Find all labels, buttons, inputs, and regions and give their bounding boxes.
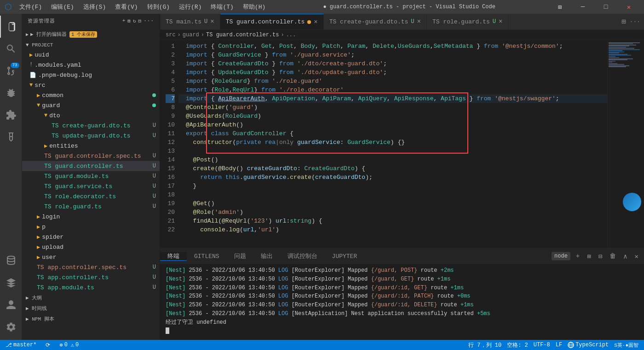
- terminal-trash-icon[interactable]: 🗑: [608, 252, 618, 261]
- status-row-col[interactable]: 行 7，列 10: [466, 341, 503, 349]
- tree-item-pnpm-debug[interactable]: 📄 .pnpm-debug.log: [22, 70, 160, 80]
- tree-item-guard-controller[interactable]: TS guard.controller.ts U: [22, 161, 160, 171]
- tree-item-role-decorator[interactable]: TS role.decorator.ts U: [22, 191, 160, 201]
- sidebar-refresh-icon[interactable]: ↻: [133, 18, 137, 24]
- breadcrumb-src[interactable]: src: [166, 32, 176, 38]
- tree-item-user[interactable]: ▶ user: [22, 252, 160, 262]
- tab-role-guard[interactable]: TS role.guard.ts U ×: [427, 14, 508, 29]
- tree-item-entities[interactable]: ▶ entities: [22, 141, 160, 151]
- split-editor-icon[interactable]: ⊞: [621, 17, 626, 26]
- activity-debug[interactable]: [0, 82, 22, 104]
- terminal-tab-output[interactable]: 输出: [253, 252, 280, 260]
- breadcrumb-file[interactable]: TS guard.controller.ts: [206, 32, 279, 38]
- tree-item-login[interactable]: ▶ login: [22, 212, 160, 222]
- outline-section[interactable]: ▶ 大纲: [22, 293, 160, 303]
- tree-item-upload[interactable]: ▶ upload: [22, 242, 160, 252]
- activity-remote[interactable]: [0, 272, 22, 294]
- tree-item-src[interactable]: ▼ src: [22, 80, 160, 90]
- tree-item-spider[interactable]: ▶ spider: [22, 232, 160, 242]
- terminal-panel-icon[interactable]: ⊟: [597, 252, 604, 261]
- tree-item-common[interactable]: ▶ common: [22, 90, 160, 100]
- code-editor[interactable]: 12345 678910 1112131415 1617181920 2122 …: [160, 40, 644, 248]
- status-encoding[interactable]: UTF-8: [532, 342, 552, 348]
- terminal-tab-gitlens[interactable]: GITLENS: [187, 253, 227, 260]
- menu-file[interactable]: 文件(F): [16, 2, 46, 12]
- tree-item-guard-service[interactable]: TS guard.service.ts U: [22, 181, 160, 191]
- sidebar-collapse-icon[interactable]: ⊟: [138, 18, 142, 24]
- term-line-4: [Nest] 2536 - 2022/10/06 13:40:50 LOG [R…: [166, 292, 638, 301]
- activity-settings[interactable]: [0, 316, 22, 338]
- code-line-4: import { UpdateGuardDto } from './dto/up…: [178, 68, 607, 77]
- tree-item-p[interactable]: ▶ p: [22, 222, 160, 232]
- menu-view[interactable]: 查看(V): [111, 2, 141, 12]
- tree-item-guard[interactable]: ▼ guard: [22, 100, 160, 110]
- tab-status: U: [411, 18, 414, 25]
- menu-edit[interactable]: 编辑(E): [47, 2, 77, 12]
- more-actions-icon[interactable]: ···: [630, 18, 640, 25]
- tree-item-modules-yaml[interactable]: ! .modules.yaml: [22, 60, 160, 70]
- activity-test[interactable]: [0, 126, 22, 148]
- terminal-tab-debug[interactable]: 调试控制台: [280, 252, 325, 260]
- menu-goto[interactable]: 转到(G): [144, 2, 173, 12]
- term-line-7: 经过了守卫 undefined: [166, 318, 638, 327]
- menu-help[interactable]: 帮助(H): [239, 2, 269, 12]
- terminal-tab-jupyter[interactable]: JUPYTER: [325, 253, 365, 260]
- tab-guard-controller[interactable]: TS guard.controller.ts ×: [220, 14, 324, 29]
- status-errors[interactable]: ⊗ 0 ⚠ 0: [58, 342, 80, 349]
- activity-search[interactable]: [0, 38, 22, 60]
- code-content[interactable]: import { Controller, Get, Post, Body, Pa…: [178, 40, 607, 248]
- terminal-content[interactable]: [Nest] 2536 - 2022/10/06 13:40:50 LOG [R…: [160, 264, 644, 340]
- activity-extensions[interactable]: [0, 104, 22, 126]
- tab-close-icon[interactable]: ×: [499, 18, 502, 25]
- project-header[interactable]: ▼ PROJECT: [22, 40, 160, 50]
- sidebar-new-folder-icon[interactable]: ⊞: [127, 18, 131, 24]
- tree-item-role-guard[interactable]: TS role.guard.ts U: [22, 201, 160, 212]
- status-sync[interactable]: ⟳: [44, 342, 52, 349]
- tab-close-icon[interactable]: ×: [314, 18, 317, 26]
- tree-item-uuid[interactable]: ▶ uuid: [22, 50, 160, 60]
- activity-account[interactable]: [0, 294, 22, 316]
- tree-item-dto[interactable]: ▼ dto: [22, 110, 160, 120]
- terminal-chevron-up-icon[interactable]: ∧: [621, 252, 629, 261]
- npm-section[interactable]: ▶ NPM 脚本: [22, 314, 160, 324]
- status-line-ending[interactable]: LF: [554, 342, 564, 348]
- terminal-new-icon[interactable]: +: [574, 252, 581, 261]
- terminal-close-icon[interactable]: ✕: [633, 252, 640, 261]
- open-editors-header[interactable]: ▶ ▶ 打开的编辑器 1 个未保存: [22, 29, 160, 40]
- maximize-btn[interactable]: □: [595, 0, 616, 14]
- tab-close-icon[interactable]: ×: [417, 18, 421, 25]
- tab-create-guard-dto[interactable]: TS create-guard.dto.ts U ×: [324, 14, 427, 29]
- menu-select[interactable]: 选择(S): [80, 2, 109, 12]
- timeline-section[interactable]: ▶ 时间线: [22, 303, 160, 314]
- sidebar-new-file-icon[interactable]: +: [122, 18, 126, 24]
- menu-run[interactable]: 运行(R): [175, 2, 205, 12]
- tree-item-label: .pnpm-debug.log: [38, 72, 160, 79]
- terminal-tab-terminal[interactable]: 终端: [160, 252, 187, 261]
- tree-item-create-guard-dto[interactable]: TS create-guard.dto.ts U: [22, 120, 160, 131]
- close-btn[interactable]: ✕: [618, 0, 639, 14]
- tree-item-guard-module[interactable]: TS guard.module.ts U: [22, 171, 160, 181]
- terminal-toolbar: node + ⊞ ⊟ 🗑 ∧ ✕: [552, 252, 644, 261]
- menu-terminal[interactable]: 终端(T): [207, 2, 237, 12]
- status-spaces[interactable]: 空格: 2: [505, 341, 530, 349]
- breadcrumb-guard[interactable]: guard: [183, 32, 199, 38]
- tree-item-app-controller[interactable]: TS app.controller.ts U: [22, 272, 160, 282]
- activity-database[interactable]: [0, 250, 22, 272]
- terminal-split-icon[interactable]: ⊞: [585, 252, 592, 261]
- tree-item-app-module[interactable]: TS app.module.ts U: [22, 282, 160, 293]
- status-bar: ⎇ master* ⟳ ⊗ 0 ⚠ 0 行 7，列 10 空格: 2 UTF-8…: [0, 340, 644, 350]
- tree-item-app-controller-spec[interactable]: TS app.controller.spec.ts U: [22, 262, 160, 272]
- activity-explorer[interactable]: [0, 16, 22, 38]
- terminal-tab-problems[interactable]: 问题: [227, 252, 253, 260]
- tree-item-guard-controller-spec[interactable]: TS guard.controller.spec.ts U: [22, 151, 160, 161]
- activity-source-control[interactable]: 73: [0, 60, 22, 82]
- status-language[interactable]: TypeScript: [566, 342, 610, 348]
- minimize-btn[interactable]: ─: [572, 0, 593, 14]
- layout-btn[interactable]: ⊞: [549, 0, 570, 14]
- tree-item-update-guard-dto[interactable]: TS update-guard.dto.ts U: [22, 131, 160, 141]
- tab-main-ts[interactable]: TS main.ts U ×: [160, 14, 220, 29]
- breadcrumb-more[interactable]: ...: [286, 32, 296, 38]
- sidebar-more-icon[interactable]: ···: [144, 18, 154, 24]
- tab-close-icon[interactable]: ×: [210, 18, 214, 25]
- status-branch[interactable]: ⎇ master*: [4, 342, 38, 349]
